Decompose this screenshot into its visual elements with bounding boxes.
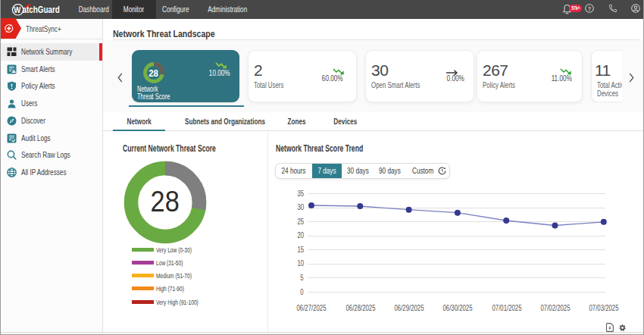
svg-text:atchGuard: atchGuard (23, 5, 60, 14)
svg-text:?: ? (588, 5, 592, 12)
svg-text:W: W (14, 5, 21, 14)
